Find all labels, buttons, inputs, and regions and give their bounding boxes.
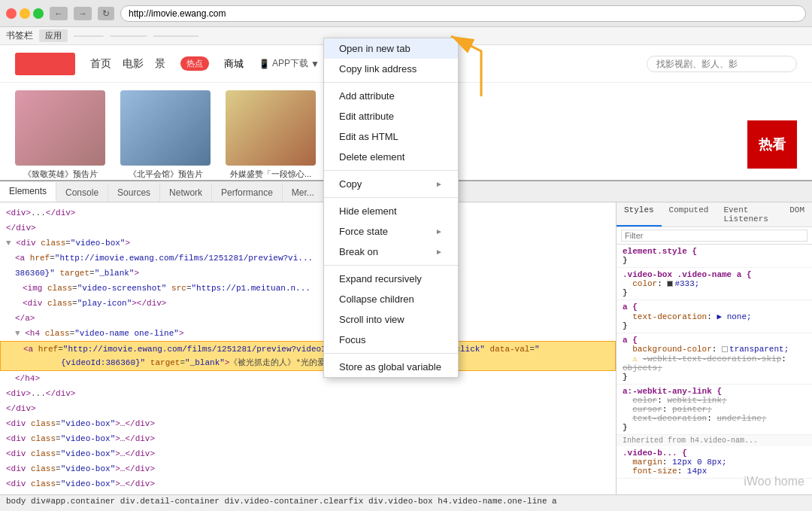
site-search-input[interactable]: [647, 56, 797, 72]
cm-force-state-arrow: ►: [435, 227, 443, 236]
nav-mall[interactable]: 商城: [224, 57, 244, 71]
dom-line[interactable]: <div class="video-box">…</div>: [0, 476, 616, 491]
nav-home[interactable]: 首页: [90, 57, 111, 71]
cm-collapse-children[interactable]: Collapse children: [324, 289, 458, 309]
filter-bar: [617, 227, 812, 245]
maximize-button[interactable]: [33, 8, 44, 19]
cm-delete-element[interactable]: Delete element: [324, 147, 458, 167]
dom-line[interactable]: </div>: [0, 401, 616, 416]
css-rule-element: element.style { }: [617, 245, 812, 268]
tab-dom[interactable]: DOM: [782, 202, 812, 227]
styles-tabs: Styles Computed Event Listeners DOM: [617, 202, 812, 227]
context-menu: Open in new tab Copy link address Add at…: [323, 38, 459, 378]
filter-input[interactable]: [621, 230, 807, 242]
minimize-button[interactable]: [20, 8, 30, 19]
cm-expand-recursively[interactable]: Expand recursively: [324, 269, 458, 289]
tab-event-listeners[interactable]: Event Listeners: [716, 202, 782, 227]
forward-button[interactable]: →: [74, 7, 92, 20]
cm-separator-2: [324, 170, 458, 171]
movie-label-2: 《北平会馆》预告片: [120, 169, 211, 180]
dom-line[interactable]: ▼ <div class="video-box">: [0, 236, 616, 251]
cm-hide-element[interactable]: Hide element: [324, 201, 458, 221]
address-bar[interactable]: [120, 5, 806, 22]
tab-computed[interactable]: Computed: [662, 202, 717, 227]
css-selector: a {: [623, 336, 638, 345]
dom-line[interactable]: <div class="video-box">…</div>: [0, 491, 616, 494]
dom-line[interactable]: <div>...</div>: [0, 205, 616, 221]
thumbnail-3: [226, 90, 316, 166]
css-selector: .video-b... {: [623, 449, 687, 458]
dom-line[interactable]: </a>: [0, 311, 616, 326]
breadcrumb: body div#app.container div.detail-contai…: [6, 497, 557, 506]
tab-styles[interactable]: Styles: [617, 202, 662, 227]
thumbnail-1: [15, 90, 105, 166]
tab-sources[interactable]: Sources: [108, 184, 160, 202]
red-banner: 热看: [747, 120, 797, 169]
nav-movies[interactable]: 电影: [123, 57, 144, 71]
site-nav: 首页 电影 景: [90, 57, 165, 71]
bookmark-item[interactable]: 应用: [39, 29, 68, 42]
movie-label-1: 《致敬英雄》预告片: [15, 169, 105, 180]
css-rule-a2: a { background-color: transparent; ⚠ -we…: [617, 333, 812, 385]
dom-line[interactable]: ▼ <h4 class="video-name one-line">: [0, 326, 616, 341]
tab-performance[interactable]: Performance: [212, 184, 283, 202]
cm-scroll-into-view[interactable]: Scroll into view: [324, 309, 458, 330]
bookmarks-label: 书签栏: [6, 29, 33, 42]
dom-line[interactable]: <a href="http://imovie.ewang.com/films/1…: [0, 251, 616, 266]
cm-copy[interactable]: Copy ►: [324, 174, 458, 194]
movie-item-3[interactable]: 外媒盛赞「一段惊心...: [226, 90, 316, 173]
dom-line[interactable]: </h4>: [0, 371, 616, 386]
nav-scenery[interactable]: 景: [155, 57, 165, 71]
cm-separator-5: [324, 353, 458, 354]
cm-separator-3: [324, 197, 458, 198]
tab-console[interactable]: Console: [56, 184, 108, 202]
bookmark-item[interactable]: [74, 35, 104, 37]
bookmark-item[interactable]: [110, 35, 147, 37]
cm-edit-html[interactable]: Edit as HTML: [324, 126, 458, 147]
dom-line-highlighted[interactable]: <a href="http://imovie.ewang.com/films/1…: [0, 341, 616, 371]
dom-line[interactable]: </div>: [0, 221, 616, 236]
css-selector: a:-webkit-any-link {: [623, 387, 722, 396]
color-swatch: [667, 281, 673, 287]
dom-line[interactable]: <img class="video-screenshot" src="https…: [0, 281, 616, 296]
cm-break-on[interactable]: Break on ►: [324, 242, 458, 262]
css-rule-videoname: .video-box .video-name a { color: #333; …: [617, 268, 812, 300]
cm-open-new-tab[interactable]: Open in new tab: [324, 38, 458, 59]
dom-line[interactable]: <div class="video-box">…</div>: [0, 446, 616, 461]
dom-line[interactable]: <div>...</div>: [0, 386, 616, 401]
dom-line[interactable]: <div class="video-box">…</div>: [0, 416, 616, 431]
dom-line[interactable]: <div class="video-box">…</div>: [0, 461, 616, 476]
bookmark-item[interactable]: [153, 35, 198, 37]
cm-separator-4: [324, 265, 458, 266]
window-controls: [6, 8, 44, 19]
app-download[interactable]: 📱 APP下载 ▼: [259, 57, 320, 70]
cm-store-global[interactable]: Store as global variable: [324, 357, 458, 377]
dom-line[interactable]: <div class="video-box">…</div>: [0, 431, 616, 446]
css-selector: a {: [623, 303, 638, 312]
dom-line[interactable]: <div class="play-icon"></div>: [0, 296, 616, 311]
cm-add-attribute[interactable]: Add attribute: [324, 86, 458, 106]
tab-more[interactable]: Mer...: [283, 184, 324, 202]
dom-lines: <div>...</div> </div> ▼ <div class="vide…: [0, 202, 616, 494]
cm-edit-attribute[interactable]: Edit attribute: [324, 106, 458, 126]
cm-focus[interactable]: Focus: [324, 330, 458, 350]
cm-force-state[interactable]: Force state ►: [324, 221, 458, 242]
dom-panel: <div>...</div> </div> ▼ <div class="vide…: [0, 202, 617, 494]
tab-network[interactable]: Network: [160, 184, 212, 202]
css-rule-webkit-any-link: a:-webkit-any-link { color: webkit-link;…: [617, 385, 812, 435]
breadcrumb-bar: body div#app.container div.detail-contai…: [0, 494, 812, 511]
inherited-label: Inherited from h4.video-nam...: [617, 435, 812, 446]
close-button[interactable]: [6, 8, 17, 19]
css-rule-inherited: .video-b... { margin: 12px 0 8px; font-s…: [617, 446, 812, 479]
movie-item-2[interactable]: 《北平会馆》预告片: [120, 90, 211, 173]
hot-badge[interactable]: 热点: [180, 56, 209, 71]
dom-line[interactable]: 386360}" target="_blank">: [0, 266, 616, 281]
styles-panel: Styles Computed Event Listeners DOM elem…: [617, 202, 812, 494]
reload-button[interactable]: ↻: [98, 7, 114, 20]
cm-break-on-arrow: ►: [435, 248, 443, 256]
cm-copy-link[interactable]: Copy link address: [324, 59, 458, 79]
site-logo: [15, 53, 75, 75]
tab-elements[interactable]: Elements: [0, 182, 56, 202]
back-button[interactable]: ←: [50, 7, 68, 20]
movie-item-1[interactable]: 《致敬英雄》预告片: [15, 90, 105, 173]
